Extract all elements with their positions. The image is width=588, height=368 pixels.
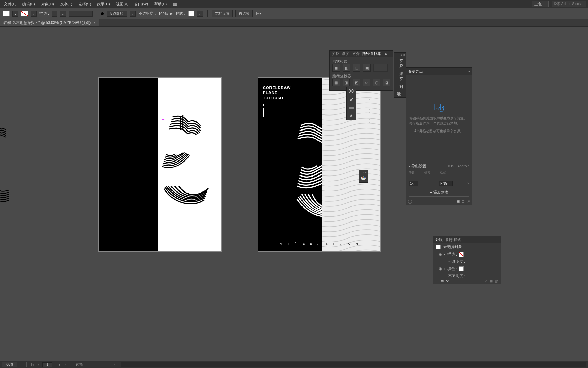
clear-icon[interactable]: ○ [485,279,487,283]
document-tab[interactable]: 教程-艺术创意海报.ai* @ 53.03% (CMYK/GPU 预览) × [0,19,99,26]
minus-front-button[interactable]: ◧ [343,64,350,72]
menu-window[interactable]: 窗口(W) [132,1,150,8]
stroke-weight-input[interactable] [52,11,57,17]
off-canvas-art-2[interactable] [0,190,9,204]
menu-effect[interactable]: 效果(C) [95,1,112,8]
prev-artboard-icon[interactable]: ◂ [36,362,41,367]
style-dropdown[interactable]: ⌄ [197,11,203,17]
menu-select[interactable]: 选择(S) [77,1,93,8]
style-swatch[interactable] [188,11,194,16]
new-art-icon[interactable]: ◻ [435,279,438,283]
trim-button[interactable]: ◨ [343,79,350,86]
menu-file[interactable]: 文件(F) [2,1,18,8]
export-settings-label[interactable]: 导出设置 [411,164,426,169]
intersect-button[interactable]: ◫ [353,64,360,72]
asset-export-tab[interactable]: 资源导出 [408,69,423,74]
asset-drop-area[interactable]: 将图稿拖到此面板中以生成多个资源。每个组合作为一个资源进行添加。 Alt 并拖动… [406,75,472,162]
tab-graphic-styles[interactable]: 图形样式 [446,237,461,242]
stroke-visibility-icon[interactable]: ◉ [439,252,442,257]
dup-icon[interactable]: ▣ [489,279,493,283]
fill-visibility-icon[interactable]: ◉ [439,266,442,271]
menu-icon[interactable]: ≡ [389,52,391,56]
add-fx-icon[interactable]: fx. [446,279,450,283]
platform-android[interactable]: Android [458,164,469,168]
cc-libraries-icon[interactable] [347,87,356,95]
artboard-index-input[interactable] [42,362,52,367]
last-artboard-icon[interactable]: ▸| [64,362,68,367]
off-canvas-art-1[interactable] [0,127,6,141]
zoom-input[interactable] [2,362,17,367]
zoom-dropdown[interactable]: ⌄ [20,363,23,366]
scale-value-input[interactable] [409,181,418,186]
color-picker-icon[interactable] [359,174,368,182]
menu-help[interactable]: 帮助(H) [152,1,169,8]
tab-transform[interactable]: 变换 [332,51,339,56]
menu-edit[interactable]: 编辑(E) [20,1,37,8]
h-scrollbar[interactable] [121,362,586,367]
minus-back-button[interactable]: ◪ [383,79,390,86]
fill-swatch[interactable] [3,11,10,16]
first-artboard-icon[interactable]: |◂ [30,362,35,367]
platform-ios[interactable]: iOS [448,164,454,168]
info-icon[interactable]: i [408,200,412,204]
dock-gradient[interactable]: 渐变 [394,70,406,83]
collapse-icon[interactable]: » [385,52,387,56]
artboard-2[interactable]: CORELDRAW PLANE TUTORIAL [258,78,380,251]
tab-appearance[interactable]: 外观 [435,237,443,242]
opacity-value[interactable]: 100% [158,12,168,16]
dock-close-icon[interactable]: × [403,53,405,57]
format-select[interactable] [439,181,453,186]
unite-button[interactable]: ◼ [332,64,340,72]
stroke-swatch[interactable] [21,11,28,16]
tab-pathfinder[interactable]: 路径查找器 [362,51,381,56]
lines-icon[interactable] [347,103,356,111]
dock-transform[interactable]: 变换 [394,57,406,70]
fill-dropdown[interactable]: ⌄ [12,11,18,17]
clubs-icon[interactable]: ♣ [347,111,356,120]
tab-align[interactable]: 对齐 [352,51,360,56]
stroke-expand-icon[interactable]: ▸ [444,253,445,256]
list-view-icon[interactable]: ≣ [462,199,465,204]
brushes-icon[interactable] [347,95,356,103]
trash-icon[interactable]: 🗑 [495,279,499,283]
appearance-stroke-swatch[interactable] [459,252,464,257]
next-artboard-icon[interactable]: ▸ [58,362,62,367]
grid-view-icon[interactable]: ▦ [456,199,460,204]
mini-dock-close-icon[interactable]: × [365,171,367,174]
dock-align[interactable]: 对 [394,83,406,91]
exclude-button[interactable]: ▣ [363,64,371,72]
appearance-fill-swatch[interactable] [459,266,464,271]
close-icon[interactable]: × [93,21,95,25]
stroke-profile-select[interactable] [69,11,93,17]
artboard-1[interactable]: ✦ [99,78,221,251]
format-dropdown[interactable]: ⌄ [455,182,457,185]
align-flyout-icon[interactable]: ⊩▾ [256,11,262,16]
crop-button[interactable]: ▱ [363,79,370,86]
doc-setup-button[interactable]: 文档设置 [212,10,233,17]
brush-select[interactable]: 5 点圆形 [107,11,127,17]
export-menu-icon[interactable]: ↗ [467,199,470,204]
outline-button[interactable]: ▢ [373,79,380,86]
divide-button[interactable]: ▦ [332,79,340,86]
merge-button[interactable]: ◩ [353,79,360,86]
opacity-flyout[interactable]: ▶ [170,12,173,15]
asset-collapse-icon[interactable]: » [468,69,470,73]
menu-arrange[interactable]: ▯▯ [171,1,179,7]
brush-dropdown[interactable]: ⌄ [130,11,136,17]
stock-search[interactable]: 搜索 Adobe Stock [552,1,586,7]
fill-expand-icon[interactable]: ▸ [444,267,445,270]
mini-dock-collapse-icon[interactable]: « [363,171,364,174]
scale-dropdown[interactable]: ⌄ [420,182,423,185]
canvas[interactable]: ✦ CORELDRAW PLANE TUTORIAL [0,27,588,361]
dock-pathfinder[interactable]: 资源导出 [394,91,406,97]
dock-collapse-icon[interactable]: « [400,53,402,57]
status-flyout-icon[interactable]: ▸ [114,363,115,366]
menu-view[interactable]: 视图(V) [114,1,131,8]
new-stroke-icon[interactable]: ▭ [440,279,444,283]
add-scale-button[interactable]: + 添加缩放 [409,188,469,197]
workspace-switcher[interactable]: 上色 ⌄ [532,1,549,7]
stroke-dropdown[interactable]: ⌄ [31,11,37,17]
prefs-button[interactable]: 首选项 [235,10,253,17]
artboard-dropdown[interactable]: ⌄ [54,363,56,366]
tab-gradient[interactable]: 渐变 [342,51,349,56]
